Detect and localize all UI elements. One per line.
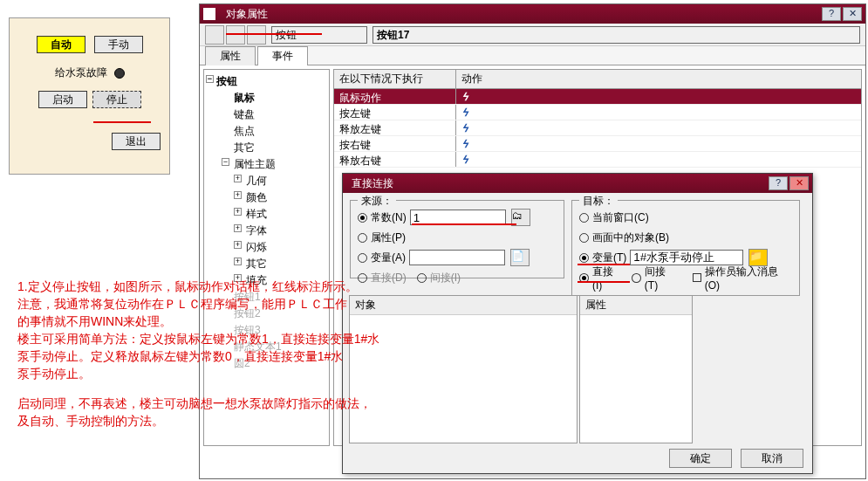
control-panel: 自动 手动 给水泵故障 启动 停止 退出 xyxy=(9,17,170,175)
bolt-icon: ϟ xyxy=(461,154,468,166)
event-row[interactable]: 释放左键 ϟ xyxy=(334,120,861,136)
tab-events[interactable]: 事件 xyxy=(257,46,308,65)
ok-button[interactable]: 确定 xyxy=(669,449,732,468)
radio-tgt-indirect[interactable] xyxy=(632,273,641,283)
red-mark-direct xyxy=(578,281,630,283)
checkbox-operator-msg[interactable] xyxy=(693,273,701,282)
titlebar[interactable]: 对象属性 ? ✕ xyxy=(200,4,865,24)
property-list[interactable]: 属性 xyxy=(579,295,693,443)
tab-row: 属性 事件 xyxy=(200,46,865,65)
bolt-icon: ϟ xyxy=(461,91,468,103)
radio-variable[interactable] xyxy=(358,253,367,263)
col-condition: 在以下情况下执行 xyxy=(334,70,456,88)
radio-property[interactable] xyxy=(358,233,367,243)
target-variable-label: 变量(T) xyxy=(592,251,626,265)
bolt-icon: ϟ xyxy=(461,107,468,119)
event-row-mouse-action[interactable]: 鼠标动作 ϟ xyxy=(334,89,861,105)
radio-screen-object[interactable] xyxy=(579,233,589,243)
help-button[interactable]: ? xyxy=(822,7,841,21)
manual-button[interactable]: 手动 xyxy=(94,36,143,53)
screen-object-label: 画面中的对象(B) xyxy=(592,230,669,245)
current-window-label: 当前窗口(C) xyxy=(592,210,649,225)
target-group: 目标： 当前窗口(C) 画面中的对象(B) 变量(T) 📁 直接(I) 间接(T… xyxy=(571,200,800,296)
start-button[interactable]: 启动 xyxy=(38,91,87,108)
target-variable-input[interactable] xyxy=(630,250,743,265)
fault-label: 给水泵故障 xyxy=(55,65,107,80)
auto-button[interactable]: 自动 xyxy=(37,36,85,53)
list-header: 属性 xyxy=(580,296,692,315)
red-mark-target-var xyxy=(578,264,630,265)
cancel-button[interactable]: 取消 xyxy=(741,449,803,468)
dialog-title: 对象属性 xyxy=(221,7,822,22)
object-name-field[interactable]: 按钮17 xyxy=(372,26,860,44)
source-variable-input[interactable] xyxy=(409,250,505,265)
titlebar[interactable]: 直接连接 ? ✕ xyxy=(343,174,812,193)
radio-current-window[interactable] xyxy=(579,213,589,223)
variable-label: 变量(A) xyxy=(371,251,406,265)
dialog-icon xyxy=(203,8,215,20)
source-group: 来源： 常数(N) 🗂 属性(P) 变量(A) 📄 直接(D) xyxy=(350,200,564,278)
help-button[interactable]: ? xyxy=(769,176,788,190)
tab-properties[interactable]: 属性 xyxy=(205,46,256,65)
group-label: 来源： xyxy=(358,194,396,209)
col-action: 动作 xyxy=(456,70,861,88)
event-row[interactable]: 按右键 ϟ xyxy=(334,136,861,152)
red-mark-constant xyxy=(412,223,516,225)
toolbar: 按钮 按钮17 xyxy=(200,24,865,46)
browse-button[interactable]: 📄 xyxy=(510,249,530,266)
close-icon[interactable]: ✕ xyxy=(789,176,809,190)
tool-btn-1[interactable] xyxy=(205,25,224,45)
property-label: 属性(P) xyxy=(371,230,406,245)
red-underline-mark xyxy=(93,121,151,123)
annotation-text: 1.定义停止按钮，如图所示，鼠标动作对话框，红线标注所示。 注意，我通常将复位动… xyxy=(17,278,523,429)
exit-button[interactable]: 退出 xyxy=(112,133,161,150)
dialog-title: 直接连接 xyxy=(346,176,769,191)
fault-led-icon xyxy=(114,68,125,79)
event-row[interactable]: 释放右键 ϟ xyxy=(334,152,861,168)
bolt-icon: ϟ xyxy=(461,122,468,134)
group-label: 目标： xyxy=(579,194,618,209)
constant-label: 常数(N) xyxy=(371,210,407,225)
radio-constant[interactable] xyxy=(358,213,367,223)
radio-target-variable[interactable] xyxy=(579,253,589,263)
bolt-icon: ϟ xyxy=(461,138,468,150)
stop-button[interactable]: 停止 xyxy=(92,91,141,108)
close-icon[interactable]: ✕ xyxy=(843,7,862,21)
event-row[interactable]: 按左键 ϟ xyxy=(334,105,861,120)
